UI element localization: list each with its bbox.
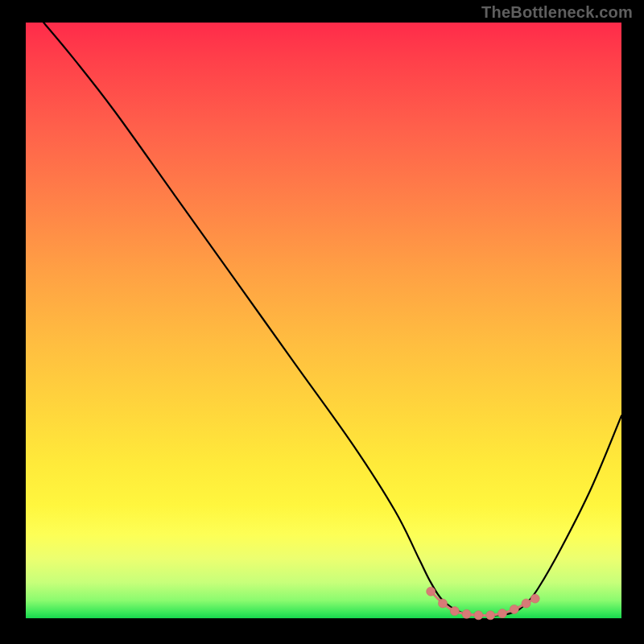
beads-group xyxy=(427,587,540,620)
bottleneck-curve xyxy=(43,23,621,616)
bead-dot xyxy=(439,599,448,608)
bead-dot xyxy=(427,587,436,596)
bead-dot xyxy=(498,609,507,618)
chart-svg xyxy=(26,23,621,618)
plot-area xyxy=(26,23,621,618)
bead-dot xyxy=(486,611,495,620)
bead-dot xyxy=(474,611,483,620)
bead-dot xyxy=(530,594,539,603)
bead-dot xyxy=(462,609,471,618)
bead-dot xyxy=(522,599,530,608)
bead-dot xyxy=(450,607,459,616)
bead-dot xyxy=(510,605,518,613)
watermark-text: TheBottleneck.com xyxy=(481,3,633,22)
chart-stage: TheBottleneck.com xyxy=(0,0,644,644)
